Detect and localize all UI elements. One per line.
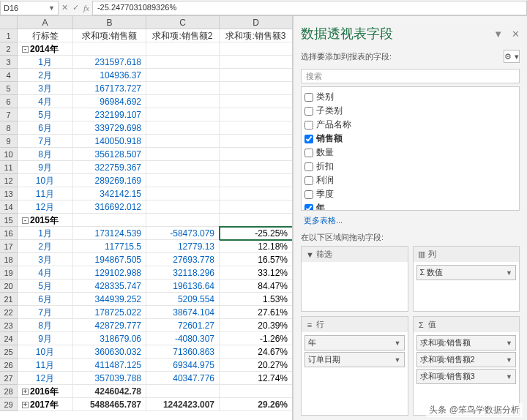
cell[interactable]: 360630.032 [73,345,146,359]
cell[interactable]: 12779.13 [146,240,220,253]
cell[interactable]: -58473.079 [146,227,220,240]
cell[interactable] [220,200,293,214]
field-checkbox[interactable] [304,93,313,102]
chevron-down-icon[interactable]: ▼ [506,356,512,364]
cell[interactable]: 6月 [18,293,73,306]
cell[interactable]: 40347.776 [146,372,220,385]
cell[interactable] [220,187,293,200]
cell[interactable]: 2月 [18,69,73,82]
field-item[interactable]: 类别 [303,90,517,104]
cell[interactable]: 129102.988 [73,266,146,280]
row-header[interactable]: 23 [0,319,18,332]
cell[interactable] [220,214,293,227]
cell[interactable]: 5488465.787 [73,398,146,411]
cell[interactable]: 5月 [18,108,73,121]
row-header[interactable]: 4 [0,69,18,82]
column-header[interactable]: D [220,16,293,29]
cell[interactable]: 428335.747 [73,280,146,293]
row-header[interactable]: 13 [0,187,18,200]
cell[interactable]: 27693.778 [146,253,220,266]
cell[interactable]: 8月 [18,319,73,332]
row-header[interactable]: 24 [0,332,18,345]
cell[interactable]: -1.26% [220,332,293,345]
cell[interactable] [146,385,220,398]
row-header[interactable]: 17 [0,240,18,253]
row-header[interactable]: 29 [0,398,18,411]
cell[interactable]: 140050.918 [73,135,146,148]
cell[interactable]: 428729.777 [73,319,146,332]
row-header[interactable]: 16 [0,227,18,240]
cell[interactable] [146,148,220,161]
field-item[interactable]: 季度 [303,187,517,201]
field-item[interactable]: 折扣 [303,160,517,173]
cell[interactable] [220,95,293,108]
cell[interactable]: 16.57% [220,253,293,266]
column-header[interactable]: B [73,16,146,29]
cell[interactable] [146,174,220,187]
area-chip[interactable]: Σ 数值▼ [416,265,517,280]
columns-area[interactable]: ▥列 Σ 数值▼ [413,246,520,312]
cell[interactable]: 2月 [18,240,73,253]
cell[interactable]: 20.39% [220,319,293,332]
cell[interactable]: 173124.539 [73,227,146,240]
cell[interactable]: -4080.307 [146,332,220,345]
cell[interactable] [146,95,220,108]
cell[interactable]: 104936.37 [73,69,146,82]
field-item[interactable]: 子类别 [303,104,517,118]
row-header[interactable]: 25 [0,345,18,359]
cell[interactable] [146,42,220,56]
area-chip[interactable]: 求和项:销售额2▼ [416,352,517,367]
row-header[interactable]: 19 [0,266,18,280]
cell[interactable]: 117715.5 [73,240,146,253]
cell[interactable]: 69344.975 [146,359,220,372]
cell[interactable] [73,42,146,56]
field-checkbox[interactable] [304,149,313,157]
cell[interactable]: 12月 [18,200,73,214]
area-chip[interactable]: 求和项:销售额3▼ [416,369,517,384]
column-header[interactable]: A [18,16,73,29]
field-checkbox[interactable] [304,204,313,211]
group-row[interactable]: -2015年 [18,214,73,227]
cell[interactable] [146,200,220,214]
cell[interactable]: 12月 [18,372,73,385]
cell[interactable]: 10月 [18,174,73,187]
cell[interactable] [146,161,220,174]
field-checkbox[interactable] [304,176,313,185]
cell[interactable]: 1月 [18,56,73,69]
group-row[interactable]: -2014年 [18,42,73,56]
chevron-down-icon[interactable]: ▼ [395,356,401,364]
cell[interactable]: 24.67% [220,345,293,359]
row-header[interactable]: 20 [0,280,18,293]
cell[interactable] [73,214,146,227]
chevron-down-icon[interactable]: ▼ [506,269,512,277]
cell[interactable]: 72601.27 [146,319,220,332]
row-header[interactable]: 28 [0,385,18,398]
cell[interactable]: 3月 [18,253,73,266]
cell[interactable] [220,121,293,135]
cell[interactable]: 33.12% [220,266,293,280]
collapse-icon[interactable]: - [22,46,29,53]
cell[interactable]: -25.25% [220,227,293,240]
row-header[interactable]: 18 [0,253,18,266]
cell[interactable] [220,82,293,95]
cell[interactable] [146,187,220,200]
area-chip[interactable]: 年▼ [304,335,405,350]
cell[interactable]: 357039.788 [73,372,146,385]
field-checkbox[interactable] [304,107,313,116]
cell[interactable]: 1月 [18,227,73,240]
cell[interactable]: 322759.367 [73,161,146,174]
cell[interactable]: 27.61% [220,306,293,319]
cell[interactable]: 32118.296 [146,266,220,280]
field-item[interactable]: 数量 [303,146,517,160]
name-box[interactable]: D16 ▼ [0,1,59,15]
row-header[interactable]: 26 [0,359,18,372]
field-item[interactable]: 利润 [303,173,517,187]
cell[interactable]: 12.74% [220,372,293,385]
cell[interactable]: 4246042.78 [73,385,146,398]
cell[interactable]: 12.18% [220,240,293,253]
confirm-icon[interactable]: ✓ [72,3,79,12]
cell[interactable] [220,135,293,148]
cell[interactable] [220,148,293,161]
chevron-down-icon[interactable]: ▼ [493,29,503,40]
row-header[interactable]: 5 [0,82,18,95]
